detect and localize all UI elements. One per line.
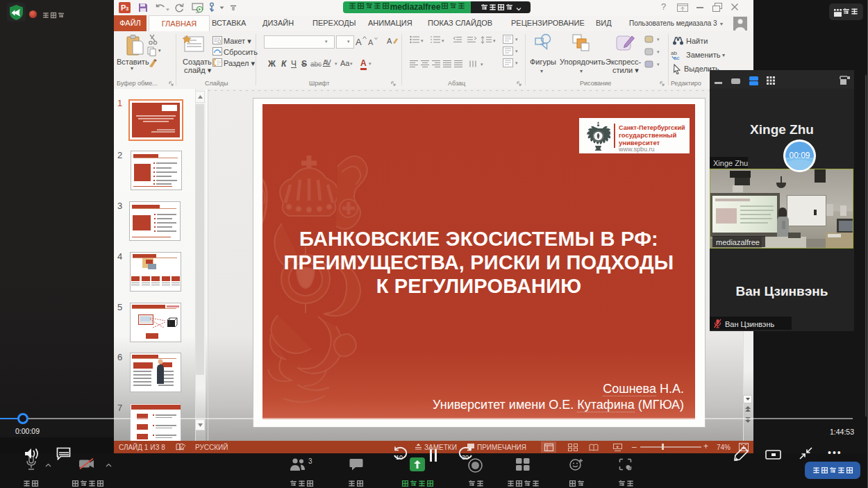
svg-text:10: 10 [396, 454, 403, 461]
svg-text:А: А [356, 37, 362, 46]
svg-text:А: А [387, 37, 392, 45]
svg-text:А: А [368, 38, 374, 46]
svg-text:30: 30 [462, 454, 469, 461]
svg-text:ac: ac [674, 55, 679, 60]
